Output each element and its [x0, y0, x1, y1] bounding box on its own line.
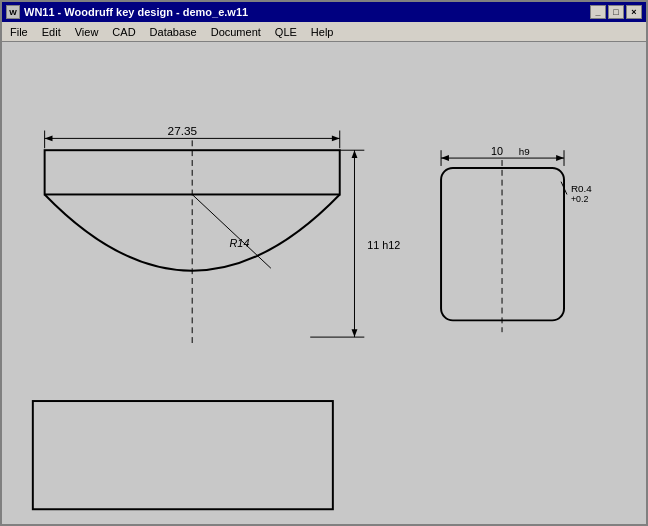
svg-marker-9 — [352, 150, 358, 158]
menu-file[interactable]: File — [4, 24, 34, 40]
menu-cad[interactable]: CAD — [106, 24, 141, 40]
maximize-button[interactable]: □ — [608, 5, 624, 19]
main-window: W WN11 - Woodruff key design - demo_e.w1… — [0, 0, 648, 526]
svg-marker-15 — [556, 155, 564, 161]
dim-height-label: 11 h12 — [367, 239, 400, 251]
svg-drawing: 27.35 R14 11 h12 — [2, 42, 646, 524]
menu-view[interactable]: View — [69, 24, 105, 40]
dim-tolerance-h9: h9 — [519, 146, 530, 157]
dim-corner-label: R0.4 — [571, 183, 592, 194]
svg-marker-10 — [352, 329, 358, 337]
window-icon: W — [6, 5, 20, 19]
svg-marker-2 — [332, 135, 340, 141]
close-button[interactable]: × — [626, 5, 642, 19]
dim-corner-tolerance: +0.2 — [571, 194, 589, 204]
dim-radius-label: R14 — [230, 237, 250, 249]
menu-qle[interactable]: QLE — [269, 24, 303, 40]
svg-marker-1 — [45, 135, 53, 141]
title-bar-left: W WN11 - Woodruff key design - demo_e.w1… — [6, 5, 248, 19]
window-title: WN11 - Woodruff key design - demo_e.w11 — [24, 6, 248, 18]
title-bar: W WN11 - Woodruff key design - demo_e.w1… — [2, 2, 646, 22]
minimize-button[interactable]: _ — [590, 5, 606, 19]
dim-width-label: 27.35 — [168, 124, 198, 138]
drawing-canvas-area: 27.35 R14 11 h12 — [2, 42, 646, 524]
dim-top-width-label: 10 — [491, 145, 503, 157]
menu-document[interactable]: Document — [205, 24, 267, 40]
title-bar-buttons: _ □ × — [590, 5, 642, 19]
svg-line-7 — [192, 194, 271, 268]
menu-database[interactable]: Database — [144, 24, 203, 40]
svg-rect-21 — [33, 401, 333, 509]
menu-bar: File Edit View CAD Database Document QLE… — [2, 22, 646, 42]
menu-help[interactable]: Help — [305, 24, 340, 40]
menu-edit[interactable]: Edit — [36, 24, 67, 40]
svg-marker-14 — [441, 155, 449, 161]
